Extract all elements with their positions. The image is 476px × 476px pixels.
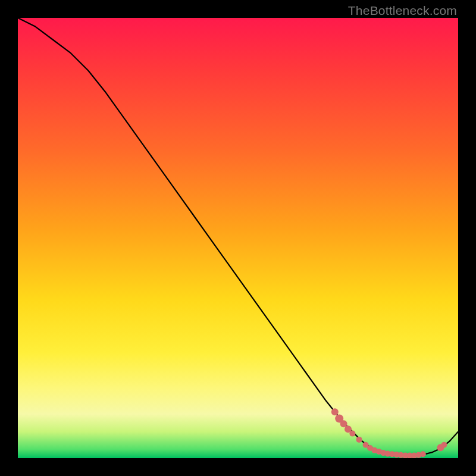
chart-curve (18, 18, 458, 456)
chart-frame: TheBottleneck.com (0, 0, 476, 476)
chart-plot-area (18, 18, 458, 458)
chart-marker (331, 408, 339, 415)
chart-marker (420, 451, 426, 457)
chart-marker (356, 437, 362, 443)
chart-svg (18, 18, 458, 458)
chart-markers (331, 408, 447, 458)
watermark-text: TheBottleneck.com (348, 4, 457, 18)
chart-marker (441, 442, 447, 448)
chart-marker (349, 431, 355, 437)
